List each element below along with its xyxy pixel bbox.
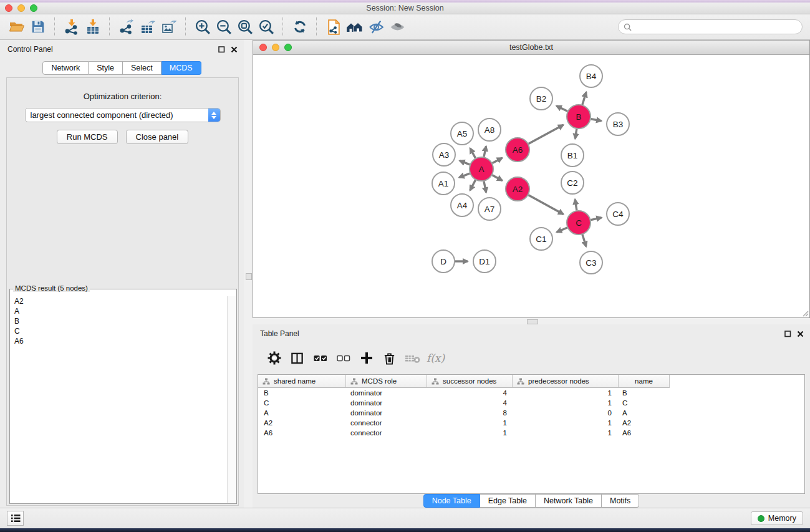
- tab-mcds[interactable]: MCDS: [162, 61, 201, 75]
- horizontal-splitter[interactable]: [253, 318, 810, 324]
- table-row[interactable]: A2connector11A2: [258, 418, 804, 428]
- tab-select[interactable]: Select: [123, 61, 162, 75]
- delete-table-button[interactable]: [401, 348, 424, 368]
- create-column-button[interactable]: [355, 348, 378, 368]
- close-panel-icon[interactable]: [231, 46, 238, 53]
- first-neighbors-button[interactable]: [344, 17, 365, 37]
- close-window-button[interactable]: [5, 4, 12, 12]
- graph-edge-B-B2[interactable]: [556, 106, 567, 112]
- minimize-window-button[interactable]: [17, 4, 25, 12]
- network-window-titlebar[interactable]: testGlobe.txt: [253, 41, 809, 55]
- graph-edge-C-C1[interactable]: [557, 228, 567, 232]
- graph-edge-A-A6[interactable]: [493, 158, 503, 163]
- graph-edge-C-C2[interactable]: [575, 200, 577, 211]
- table-row[interactable]: Bdominator41B: [258, 388, 804, 398]
- graph-node-A3[interactable]: A3: [433, 143, 455, 166]
- search-input[interactable]: [635, 22, 797, 32]
- show-panels-button[interactable]: [7, 511, 24, 526]
- graph-node-D[interactable]: D: [432, 250, 455, 273]
- graph-node-B4[interactable]: B4: [580, 65, 602, 87]
- graph-node-C1[interactable]: C1: [530, 228, 552, 250]
- graph-node-A7[interactable]: A7: [478, 198, 501, 220]
- splitter-handle[interactable]: [527, 319, 538, 324]
- run-mcds-button[interactable]: Run MCDS: [57, 130, 118, 144]
- graph-edge-C-C4[interactable]: [591, 218, 602, 220]
- export-image-button[interactable]: [158, 17, 180, 37]
- zoom-fit-button[interactable]: [234, 17, 256, 37]
- close-panel-icon[interactable]: [797, 331, 804, 337]
- import-network-button[interactable]: [61, 17, 82, 37]
- graph-edge-A-A2[interactable]: [493, 175, 503, 181]
- graph-node-A1[interactable]: A1: [432, 172, 455, 195]
- result-list-scrollbar[interactable]: [227, 296, 236, 503]
- result-item[interactable]: A: [11, 306, 228, 316]
- graph-edge-B-B4[interactable]: [582, 92, 586, 105]
- table-row[interactable]: A6connector11A6: [258, 428, 804, 438]
- network-zoom-button[interactable]: [284, 44, 292, 51]
- graph-edge-B-B3[interactable]: [591, 119, 602, 121]
- network-close-button[interactable]: [259, 44, 267, 51]
- zoom-window-button[interactable]: [30, 4, 37, 12]
- graph-edge-B-B1[interactable]: [575, 129, 577, 139]
- tab-network[interactable]: Network: [42, 61, 89, 75]
- export-table-button[interactable]: [137, 17, 158, 37]
- network-minimize-button[interactable]: [272, 44, 279, 51]
- delete-columns-button[interactable]: [378, 348, 401, 368]
- export-network-button[interactable]: [116, 17, 137, 37]
- result-item[interactable]: A2: [11, 296, 228, 306]
- resize-grip-icon[interactable]: [801, 309, 809, 317]
- network-graph[interactable]: AA1A2A3A4A5A6A7A8BB1B2B3B4CC1C2C3C4DD1: [253, 55, 809, 317]
- graph-edge-A-A5[interactable]: [470, 148, 476, 158]
- graph-node-C4[interactable]: C4: [607, 203, 629, 225]
- graph-edge-A-A8[interactable]: [484, 146, 486, 157]
- column-header-predecessor-nodes[interactable]: predecessor nodes: [513, 375, 619, 388]
- tab-edge-table[interactable]: Edge Table: [480, 494, 536, 508]
- graph-node-C2[interactable]: C2: [561, 172, 584, 194]
- vertical-splitter[interactable]: [244, 40, 253, 508]
- column-header-shared-name[interactable]: shared name: [258, 375, 346, 388]
- column-header-mcds-role[interactable]: MCDS role: [346, 375, 427, 388]
- graph-node-A4[interactable]: A4: [451, 194, 473, 216]
- tab-motifs[interactable]: Motifs: [602, 494, 639, 508]
- table-row[interactable]: Adominator80A: [258, 408, 804, 418]
- graph-node-A2[interactable]: A2: [506, 177, 529, 201]
- column-header-successor-nodes[interactable]: successor nodes: [427, 375, 513, 388]
- show-column-button[interactable]: [286, 348, 309, 368]
- zoom-selected-button[interactable]: [256, 17, 277, 37]
- graph-node-B2[interactable]: B2: [530, 87, 552, 110]
- memory-button[interactable]: Memory: [751, 511, 803, 525]
- splitter-handle[interactable]: [246, 273, 252, 280]
- graph-edge-A-A7[interactable]: [484, 181, 486, 193]
- graph-node-C[interactable]: C: [567, 211, 591, 235]
- new-network-from-selection-button[interactable]: [323, 17, 344, 37]
- import-table-button[interactable]: [82, 17, 104, 37]
- unselect-all-columns-button[interactable]: [332, 348, 355, 368]
- result-item[interactable]: B: [11, 316, 228, 326]
- mcds-result-list[interactable]: A2ABCA6: [11, 296, 228, 503]
- graph-edge-A-A3[interactable]: [460, 161, 470, 165]
- table-options-button[interactable]: [263, 348, 286, 368]
- network-canvas[interactable]: AA1A2A3A4A5A6A7A8BB1B2B3B4CC1C2C3C4DD1: [253, 55, 809, 317]
- show-all-button[interactable]: [387, 17, 408, 37]
- graph-node-A[interactable]: A: [470, 157, 493, 181]
- zoom-out-button[interactable]: [213, 17, 234, 37]
- graph-node-A5[interactable]: A5: [451, 122, 473, 145]
- function-builder-button[interactable]: f(x): [424, 348, 447, 368]
- tab-node-table[interactable]: Node Table: [423, 494, 480, 508]
- graph-edge-A-A1[interactable]: [459, 173, 470, 177]
- open-session-button[interactable]: [6, 17, 27, 37]
- apply-layout-button[interactable]: [289, 17, 311, 37]
- graph-edge-C-C3[interactable]: [582, 235, 586, 246]
- hide-selected-button[interactable]: [365, 17, 387, 37]
- select-all-columns-button[interactable]: [309, 348, 332, 368]
- save-session-button[interactable]: [27, 17, 49, 37]
- graph-edge-A-A4[interactable]: [470, 180, 476, 191]
- tab-style[interactable]: Style: [89, 61, 123, 75]
- graph-edge-A6-B[interactable]: [529, 125, 564, 143]
- graph-node-B1[interactable]: B1: [561, 144, 584, 167]
- graph-node-B3[interactable]: B3: [607, 113, 629, 135]
- table-row[interactable]: Cdominator41C: [258, 398, 804, 408]
- graph-node-C3[interactable]: C3: [580, 251, 602, 274]
- graph-edge-A2-C[interactable]: [529, 195, 564, 215]
- graph-node-D1[interactable]: D1: [473, 250, 496, 273]
